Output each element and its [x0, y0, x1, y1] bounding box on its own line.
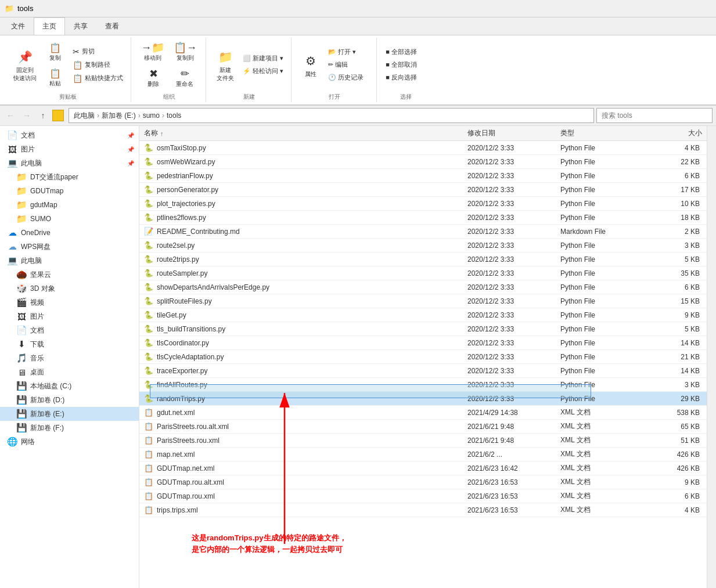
sidebar-item-thispc2[interactable]: 💻 此电脑 — [0, 254, 139, 268]
sidebar-item-downloads[interactable]: ⬇ 下载 — [0, 337, 139, 351]
sidebar-item-video[interactable]: 🎬 视频 — [0, 295, 139, 309]
sidebar-item-docs[interactable]: 📄 文档 📌 — [0, 128, 139, 142]
col-size[interactable]: 大小 — [649, 128, 707, 138]
sidebar-item-newf[interactable]: 💾 新加卷 (F:) — [0, 421, 139, 435]
file-row[interactable]: 📋 trips.trips.xml 2021/6/23 16:53 XML 文档… — [139, 503, 707, 517]
file-size: 18 KB — [649, 214, 707, 222]
col-date[interactable]: 修改日期 — [463, 128, 556, 138]
pin-button[interactable]: 📌 固定到快速访问 — [9, 45, 41, 85]
file-row[interactable]: 🐍 tlsCoordinator.py 2020/12/2 3:33 Pytho… — [139, 336, 707, 350]
forward-button[interactable]: → — [20, 109, 34, 122]
file-row[interactable]: 🐍 ptlines2flows.py 2020/12/2 3:33 Python… — [139, 211, 707, 225]
newfolder-button[interactable]: 📁 新建文件夹 — [212, 45, 239, 85]
sidebar-item-dt[interactable]: 📁 DT交通流paper — [0, 170, 139, 184]
copy-button[interactable]: 📋 复制 — [42, 40, 69, 64]
open-button[interactable]: 📂 打开 ▾ — [325, 46, 372, 58]
rename-button[interactable]: ✏ 重命名 — [170, 65, 200, 91]
sidebar-item-3d[interactable]: 🎲 3D 对象 — [0, 282, 139, 295]
paste-button[interactable]: 📋 粘贴 — [42, 66, 69, 90]
sidebar-item-thispc[interactable]: 💻 此电脑 📌 — [0, 156, 139, 170]
file-row[interactable]: 🐍 personGenerator.py 2020/12/2 3:33 Pyth… — [139, 183, 707, 197]
file-row[interactable]: 🐍 splitRouteFiles.py 2020/12/2 3:33 Pyth… — [139, 294, 707, 308]
file-type: XML 文档 — [556, 463, 649, 473]
history-button[interactable]: 🕐 历史记录 — [325, 71, 372, 84]
sidebar-item-localc[interactable]: 💾 本地磁盘 (C:) — [0, 379, 139, 393]
file-name: route2sel.py — [157, 241, 195, 250]
tab-share[interactable]: 共享 — [65, 17, 96, 35]
file-row[interactable]: 🐍 routeSampler.py 2020/12/2 3:33 Python … — [139, 266, 707, 280]
up-button[interactable]: ↑ — [36, 109, 50, 122]
invertselect-button[interactable]: ■ 反向选择 — [383, 71, 429, 84]
sidebar-item-network[interactable]: 🌐 网络 — [0, 435, 139, 449]
file-row[interactable]: 🐍 tlsCycleAdaptation.py 2020/12/2 3:33 P… — [139, 350, 707, 364]
downloads-icon: ⬇ — [16, 339, 27, 349]
properties-button[interactable]: ⚙ 属性 — [297, 49, 324, 81]
file-icon: 📋 — [144, 450, 153, 459]
file-size: 2 KB — [649, 228, 707, 236]
sidebar-item-pics[interactable]: 🖼 图片 📌 — [0, 142, 139, 156]
tab-home[interactable]: 主页 — [34, 17, 65, 35]
file-row[interactable]: 🐍 route2trips.py 2020/12/2 3:33 Python F… — [139, 252, 707, 266]
cut-button[interactable]: ✂剪切 — [70, 45, 126, 58]
file-row[interactable]: 📋 ParisStreets.rou.alt.xml 2021/6/21 9:4… — [139, 420, 707, 434]
file-row[interactable]: 🐍 plot_trajectories.py 2020/12/2 3:33 Py… — [139, 197, 707, 211]
sidebar-item-newd[interactable]: 💾 新加卷 (D:) — [0, 393, 139, 407]
file-size: 14 KB — [649, 367, 707, 375]
file-row[interactable]: 📋 GDUTmap.rou.xml 2021/6/23 16:53 XML 文档… — [139, 489, 707, 503]
sidebar-item-gdutmap2[interactable]: 📁 gdutMap — [0, 198, 139, 212]
file-row[interactable]: 📋 map.net.xml 2021/6/2 ... XML 文档 426 KB — [139, 448, 707, 461]
sidebar-item-desktop[interactable]: 🖥 桌面 — [0, 365, 139, 379]
file-row[interactable]: 🐍 route2sel.py 2020/12/2 3:33 Python Fil… — [139, 239, 707, 252]
file-row[interactable]: 🐍 traceExporter.py 2020/12/2 3:33 Python… — [139, 364, 707, 378]
back-button[interactable]: ← — [3, 109, 17, 122]
sidebar-item-pics3[interactable]: 🖼 图片 — [0, 309, 139, 323]
file-row[interactable]: 📋 ParisStreets.rou.xml 2021/6/21 9:48 XM… — [139, 434, 707, 448]
tab-view[interactable]: 查看 — [96, 17, 128, 35]
col-type[interactable]: 类型 — [556, 128, 649, 138]
easyaccess-button[interactable]: ⚡ 轻松访问 ▾ — [240, 65, 286, 77]
col-name[interactable]: 名称 — [139, 128, 463, 138]
file-row[interactable]: 🐍 randomTrips.py 2020/12/2 3:33 Python F… — [139, 392, 707, 406]
file-row[interactable]: 🐍 tileGet.py 2020/12/2 3:33 Python File … — [139, 308, 707, 322]
gdutmap-icon: 📁 — [16, 186, 27, 196]
sidebar-item-music[interactable]: 🎵 音乐 — [0, 351, 139, 365]
search-input[interactable] — [596, 108, 713, 123]
sidebar-item-gdutmap[interactable]: 📁 GDUTmap — [0, 184, 139, 198]
sidebar-item-jgg[interactable]: 🌰 坚果云 — [0, 268, 139, 282]
dt-icon: 📁 — [16, 172, 27, 182]
file-row[interactable]: 🐍 osmWebWizard.py 2020/12/2 3:33 Python … — [139, 155, 707, 169]
file-row[interactable]: 📋 GDUTmap.rou.alt.xml 2021/6/23 16:53 XM… — [139, 475, 707, 489]
address-path[interactable]: 此电脑 › 新加卷 (E:) › sumo › tools — [69, 108, 594, 123]
file-date: 2020/12/2 3:33 — [463, 172, 556, 180]
pasteshortcut-button[interactable]: 📋粘贴快捷方式 — [70, 72, 126, 85]
file-size: 17 KB — [649, 186, 707, 194]
file-date: 2021/6/23 16:53 — [463, 478, 556, 486]
file-row[interactable]: 🐍 osmTaxiStop.py 2020/12/2 3:33 Python F… — [139, 141, 707, 155]
file-row[interactable]: 📋 GDUTmap.net.xml 2021/6/23 16:42 XML 文档… — [139, 461, 707, 475]
sidebar-item-newe[interactable]: 💾 新加卷 (E:) — [0, 407, 139, 421]
file-size: 21 KB — [649, 353, 707, 361]
copyto-button[interactable]: 📋→ 复制到 — [170, 39, 201, 64]
copypath-button[interactable]: 📋复制路径 — [70, 59, 126, 71]
newitem-button[interactable]: ⬜ 新建项目 ▾ — [240, 52, 286, 64]
edit-button[interactable]: ✏ 编辑 — [325, 59, 372, 71]
moveto-button[interactable]: →📁 移动到 — [137, 39, 168, 64]
file-row[interactable]: 🐍 showDepartsAndArrivalsPerEdge.py 2020/… — [139, 280, 707, 294]
tab-file[interactable]: 文件 — [2, 17, 34, 35]
selectnone-button[interactable]: ■ 全部取消 — [383, 59, 429, 71]
scrollbar[interactable] — [707, 126, 716, 588]
file-row[interactable]: 🐍 tls_buildTransitions.py 2020/12/2 3:33… — [139, 322, 707, 336]
sidebar-item-wps[interactable]: ☁ WPS网盘 — [0, 240, 139, 254]
file-row[interactable]: 🐍 findAllRoutes.py 2020/12/2 3:33 Python… — [139, 378, 707, 392]
sidebar-item-docs3[interactable]: 📄 文档 — [0, 323, 139, 337]
file-row[interactable]: 📝 README_Contributing.md 2020/12/2 3:33 … — [139, 225, 707, 239]
file-row[interactable]: 📋 gdut.net.xml 2021/4/29 14:38 XML 文档 53… — [139, 406, 707, 420]
newd-icon: 💾 — [16, 395, 27, 405]
open-label: 打开 — [329, 92, 340, 101]
sidebar-item-onedrive[interactable]: ☁ OneDrive — [0, 226, 139, 240]
selectall-button[interactable]: ■ 全部选择 — [383, 46, 429, 58]
jgg-icon: 🌰 — [16, 269, 27, 280]
file-row[interactable]: 🐍 pedestrianFlow.py 2020/12/2 3:33 Pytho… — [139, 169, 707, 183]
sidebar-item-sumo[interactable]: 📁 SUMO — [0, 212, 139, 226]
delete-button[interactable]: ✖ 删除 — [138, 65, 168, 91]
